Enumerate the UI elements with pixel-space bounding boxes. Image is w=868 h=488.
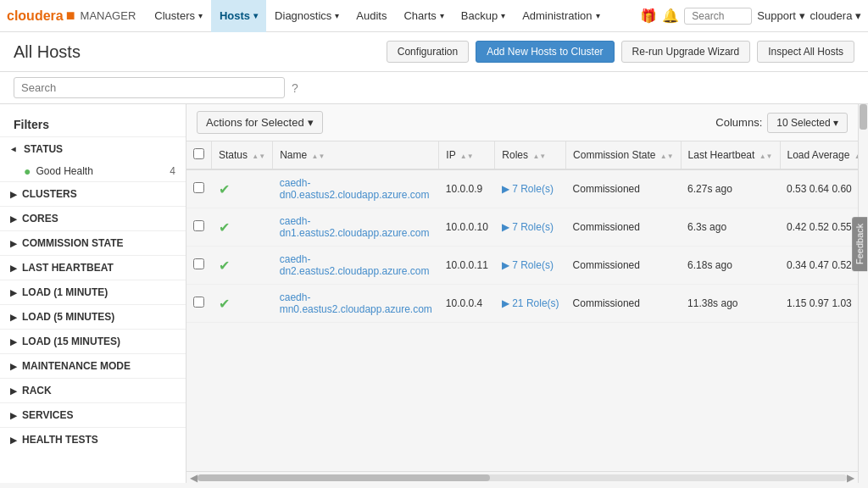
filter-health-label: HEALTH TESTS: [22, 434, 98, 446]
nav-hosts[interactable]: Hosts ▾: [211, 0, 266, 32]
row-status-2: ✔: [212, 247, 273, 285]
filter-clusters-header[interactable]: ▶ CLUSTERS: [0, 182, 186, 206]
nav-search-input[interactable]: [684, 8, 752, 25]
row-checkbox-3[interactable]: [193, 297, 204, 308]
name-column-header[interactable]: Name ▲▼: [273, 141, 439, 169]
nav-clusters[interactable]: Clusters ▾: [146, 0, 211, 32]
row-checkbox-1[interactable]: [193, 220, 204, 231]
maintenance-arrow-icon: ▶: [10, 362, 17, 371]
filter-clusters-section: ▶ CLUSTERS: [0, 181, 186, 206]
filter-maintenance-header[interactable]: ▶ MAINTENANCE MODE: [0, 354, 186, 378]
actions-for-selected-button[interactable]: Actions for Selected ▾: [197, 111, 323, 134]
load-average-column-header[interactable]: Load Average ▲▼: [780, 141, 858, 169]
nav-right: 🎁 🔔 Support ▾ cloudera ▾: [640, 8, 861, 25]
good-health-count: 4: [170, 165, 175, 177]
filter-status-header[interactable]: ▼ STATUS: [0, 137, 186, 161]
row-name-3: caedh-mn0.eastus2.cloudapp.azure.com: [273, 285, 439, 323]
roles-link-1[interactable]: ▶ 7 Role(s): [502, 221, 554, 233]
host-link-2[interactable]: caedh-dn2.eastus2.cloudapp.azure.com: [280, 253, 430, 277]
vertical-scrollbar[interactable]: [858, 104, 868, 483]
inspect-all-hosts-button[interactable]: Inspect All Hosts: [757, 41, 854, 63]
configuration-button[interactable]: Configuration: [387, 41, 469, 63]
row-checkbox-cell[interactable]: [186, 285, 212, 323]
filter-rack-header[interactable]: ▶ RACK: [0, 379, 186, 402]
row-name-1: caedh-dn1.eastus2.cloudapp.azure.com: [273, 208, 439, 247]
nav-diagnostics[interactable]: Diagnostics ▾: [266, 0, 348, 32]
support-menu[interactable]: Support ▾: [757, 9, 804, 22]
user-menu[interactable]: cloudera ▾: [810, 9, 861, 22]
host-search-input[interactable]: [14, 77, 285, 98]
rerun-upgrade-button[interactable]: Re-run Upgrade Wizard: [621, 41, 751, 63]
row-checkbox-2[interactable]: [193, 258, 204, 269]
columns-selected-label: 10 Selected: [776, 117, 830, 129]
filter-commission-section: ▶ COMMISSION STATE: [0, 230, 186, 255]
row-checkbox-0[interactable]: [193, 182, 204, 193]
filter-cores-header[interactable]: ▶ CORES: [0, 207, 186, 230]
columns-selector: Columns: 10 Selected ▾: [715, 113, 848, 133]
row-commission-1: Commissioned: [566, 208, 682, 247]
select-all-header[interactable]: [186, 141, 212, 169]
filter-commission-label: COMMISSION STATE: [22, 237, 124, 249]
host-link-3[interactable]: caedh-mn0.eastus2.cloudapp.azure.com: [280, 291, 432, 315]
filter-heartbeat-header[interactable]: ▶ LAST HEARTBEAT: [0, 256, 186, 280]
scroll-right-arrow[interactable]: ▶: [847, 472, 854, 484]
filter-load15-label: LOAD (15 MINUTES): [22, 336, 120, 347]
help-icon[interactable]: ?: [292, 81, 298, 95]
table-toolbar: Actions for Selected ▾ Columns: 10 Selec…: [186, 104, 858, 141]
filter-health-header[interactable]: ▶ HEALTH TESTS: [0, 428, 186, 452]
filter-heartbeat-section: ▶ LAST HEARTBEAT: [0, 255, 186, 280]
feedback-tab[interactable]: Feedback: [852, 217, 867, 271]
filter-health-section: ▶ HEALTH TESTS: [0, 427, 186, 452]
filter-load1-header[interactable]: ▶ LOAD (1 MINUTE): [0, 280, 186, 304]
scroll-left-arrow[interactable]: ◀: [190, 472, 198, 484]
user-caret: ▾: [855, 9, 861, 22]
host-link-0[interactable]: caedh-dn0.eastus2.cloudapp.azure.com: [280, 177, 430, 201]
columns-selected-button[interactable]: 10 Selected ▾: [767, 113, 848, 133]
row-roles-1: ▶ 7 Role(s): [495, 208, 566, 247]
ip-column-header[interactable]: IP ▲▼: [439, 141, 495, 169]
row-checkbox-cell[interactable]: [186, 169, 212, 208]
ip-sort-icon: ▲▼: [460, 153, 474, 160]
roles-link-3[interactable]: ▶ 21 Role(s): [502, 297, 559, 309]
add-new-hosts-button[interactable]: Add New Hosts to Cluster: [476, 41, 614, 63]
roles-link-0[interactable]: ▶ 7 Role(s): [502, 183, 554, 195]
filter-load15-header[interactable]: ▶ LOAD (15 MINUTES): [0, 330, 186, 353]
filter-good-health[interactable]: ● Good Health 4: [0, 161, 186, 181]
select-all-checkbox[interactable]: [193, 148, 204, 159]
horizontal-scrollbar[interactable]: ◀ ▶: [186, 471, 858, 483]
row-status-3: ✔: [212, 285, 273, 323]
row-checkbox-cell[interactable]: [186, 247, 212, 285]
filter-services-label: SERVICES: [22, 409, 73, 421]
roles-column-header[interactable]: Roles ▲▼: [495, 141, 566, 169]
filters-title: Filters: [0, 113, 186, 136]
clusters-arrow-icon: ▶: [10, 190, 17, 199]
gift-icon[interactable]: 🎁: [640, 8, 657, 24]
charts-caret: ▾: [440, 11, 444, 20]
row-roles-3: ▶ 21 Role(s): [495, 285, 566, 323]
scroll-track[interactable]: [198, 474, 847, 481]
status-icon-3: ✔: [219, 297, 230, 311]
row-checkbox-cell[interactable]: [186, 208, 212, 247]
nav-backup[interactable]: Backup ▾: [453, 0, 514, 32]
filter-commission-header[interactable]: ▶ COMMISSION STATE: [0, 231, 186, 255]
filter-services-header[interactable]: ▶ SERVICES: [0, 403, 186, 427]
commission-state-column-header[interactable]: Commission State ▲▼: [566, 141, 682, 169]
search-bar-row: ?: [0, 72, 868, 104]
row-load-3: 1.15 0.97 1.03: [780, 285, 858, 323]
nav-audits[interactable]: Audits: [348, 0, 395, 32]
host-link-1[interactable]: caedh-dn1.eastus2.cloudapp.azure.com: [280, 215, 430, 239]
v-scroll-thumb[interactable]: [860, 104, 867, 130]
nav-administration[interactable]: Administration ▾: [514, 0, 608, 32]
last-heartbeat-column-header[interactable]: Last Heartbeat ▲▼: [681, 141, 780, 169]
status-arrow-icon: ▼: [9, 145, 19, 153]
backup-caret: ▾: [501, 11, 505, 20]
row-status-0: ✔: [212, 169, 273, 208]
nav-charts[interactable]: Charts ▾: [395, 0, 452, 32]
filter-rack-label: RACK: [22, 385, 52, 396]
scroll-thumb[interactable]: [198, 474, 490, 481]
nav-items: Clusters ▾ Hosts ▾ Diagnostics ▾ Audits …: [146, 0, 640, 32]
bell-icon[interactable]: 🔔: [662, 8, 679, 24]
roles-link-2[interactable]: ▶ 7 Role(s): [502, 259, 554, 271]
filter-load5-header[interactable]: ▶ LOAD (5 MINUTES): [0, 305, 186, 329]
status-column-header[interactable]: Status ▲▼: [212, 141, 273, 169]
